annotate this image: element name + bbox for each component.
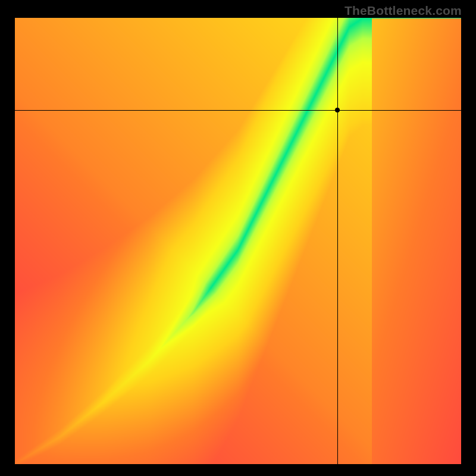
heatmap-plot xyxy=(15,18,461,464)
crosshair-horizontal xyxy=(15,110,461,111)
crosshair-marker xyxy=(335,108,340,112)
crosshair-vertical xyxy=(337,18,338,464)
heatmap-canvas xyxy=(15,18,461,464)
attribution-text: TheBottleneck.com xyxy=(345,4,462,18)
